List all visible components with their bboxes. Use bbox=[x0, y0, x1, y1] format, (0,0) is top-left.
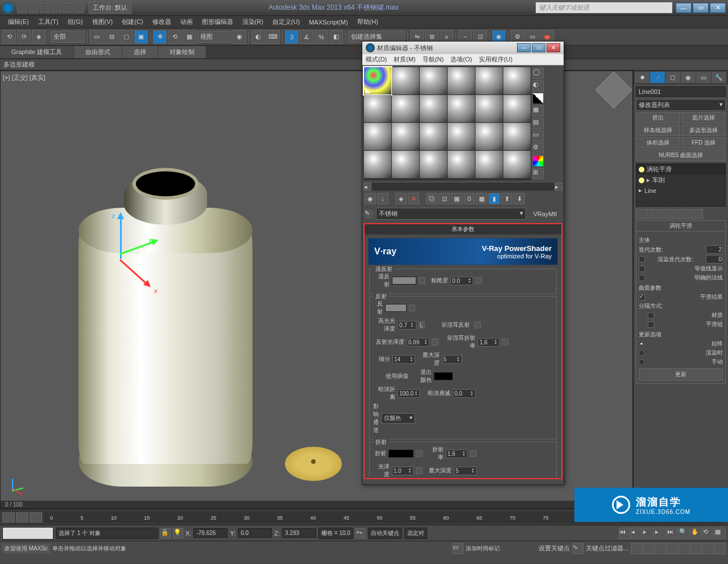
menu-group[interactable]: 组(G) bbox=[63, 17, 88, 27]
rollout-header[interactable]: 涡轮平滑 bbox=[636, 221, 725, 232]
gizmo-x-axis[interactable] bbox=[119, 259, 150, 287]
select-by-mat-icon[interactable] bbox=[532, 155, 544, 167]
menu-view[interactable]: 视图(V) bbox=[88, 17, 118, 27]
put-to-library-icon[interactable]: ▦ bbox=[451, 193, 462, 204]
nav-pan-icon[interactable]: ✋ bbox=[690, 528, 702, 539]
menu-animation[interactable]: 动画 bbox=[176, 17, 197, 27]
qat-save-icon[interactable] bbox=[40, 3, 50, 13]
material-map-icon[interactable]: ⊞ bbox=[532, 168, 544, 179]
fresnel-map-button[interactable] bbox=[474, 322, 481, 328]
nav-icon[interactable] bbox=[690, 543, 702, 554]
percent-snap-icon[interactable]: % bbox=[315, 30, 328, 44]
bulb-icon[interactable] bbox=[639, 178, 644, 183]
app-logo-icon[interactable] bbox=[2, 2, 14, 14]
select-region-icon[interactable]: ▢ bbox=[119, 30, 133, 44]
stack-item[interactable]: 涡轮平滑 bbox=[636, 164, 725, 175]
qat-open-icon[interactable] bbox=[28, 3, 39, 13]
ribbon-tab-paint[interactable]: 对象绘制 bbox=[158, 46, 206, 58]
select-name-icon[interactable]: ⊟ bbox=[105, 30, 118, 44]
mat-menu-options[interactable]: 选项(O) bbox=[450, 55, 472, 64]
tab-create-icon[interactable]: ✹ bbox=[635, 72, 650, 83]
make-copy-icon[interactable]: ⿻ bbox=[426, 193, 437, 204]
selection-filter-dropdown[interactable]: 全部 bbox=[51, 31, 85, 43]
script-icon[interactable]: ▭ bbox=[452, 543, 464, 554]
tab-hierarchy-icon[interactable]: ⬡ bbox=[665, 72, 680, 83]
update-always-radio[interactable] bbox=[639, 341, 644, 347]
ribbon-tab-graphite[interactable]: Graphite 建模工具 bbox=[0, 46, 73, 58]
sample-type-icon[interactable]: ◯ bbox=[532, 68, 544, 79]
show-end-icon[interactable] bbox=[650, 209, 662, 219]
show-end-result-icon[interactable]: ▮ bbox=[489, 193, 500, 204]
tab-motion-icon[interactable]: ◉ bbox=[681, 72, 696, 83]
nav-icon[interactable] bbox=[714, 543, 726, 554]
material-slot[interactable] bbox=[503, 67, 531, 94]
nav-zoom-icon[interactable]: 🔍 bbox=[679, 528, 690, 539]
update-manual-radio[interactable] bbox=[639, 359, 644, 365]
hilight-gloss-spinner[interactable]: 0.7▴▾ bbox=[398, 321, 416, 330]
material-slot[interactable] bbox=[364, 123, 391, 150]
material-slot[interactable] bbox=[392, 67, 419, 94]
stack-item[interactable]: ▸车削 bbox=[636, 175, 725, 186]
btn-extrude[interactable]: 挤出 bbox=[636, 112, 680, 123]
rotate-icon[interactable]: ⟲ bbox=[168, 30, 181, 44]
material-editor-titlebar[interactable]: 材质编辑器 - 不锈钢 — ▭ ✕ bbox=[362, 42, 564, 54]
material-slot[interactable] bbox=[448, 151, 475, 178]
preview-icon[interactable]: ▭ bbox=[532, 130, 544, 142]
material-slot[interactable] bbox=[420, 95, 447, 122]
btn-volume-select[interactable]: 体积选择 bbox=[636, 137, 680, 149]
move-icon[interactable]: ✥ bbox=[153, 30, 167, 44]
sep-material-checkbox[interactable] bbox=[648, 312, 654, 319]
material-slot[interactable] bbox=[503, 123, 531, 150]
material-slot[interactable] bbox=[364, 95, 391, 122]
goto-start-icon[interactable]: ⏮ bbox=[619, 528, 630, 539]
setkey-button[interactable]: 设置关键点 bbox=[539, 544, 570, 553]
pivot-icon[interactable]: ◉ bbox=[233, 30, 246, 44]
get-material-icon[interactable]: ◉ bbox=[365, 193, 376, 204]
params-header[interactable]: 基本参数 bbox=[365, 224, 561, 234]
update-render-radio[interactable] bbox=[639, 350, 644, 356]
viewcube-icon[interactable] bbox=[595, 71, 632, 108]
maxscript-prompt[interactable]: 欢迎使用 MAXSc bbox=[2, 544, 50, 554]
timeline-btn-icon[interactable] bbox=[16, 512, 28, 522]
ref-coord-dropdown[interactable]: 视图 bbox=[197, 31, 231, 43]
dim-dist-spinner[interactable]: 100.0▴▾ bbox=[398, 389, 420, 398]
material-slot[interactable] bbox=[392, 151, 419, 178]
fresnel-ior-map-button[interactable] bbox=[502, 339, 508, 345]
isoline-checkbox[interactable] bbox=[639, 266, 645, 272]
help-search-input[interactable]: 键入关键字或短语 bbox=[536, 2, 672, 13]
reflect-color-swatch[interactable] bbox=[385, 304, 407, 312]
menu-tools[interactable]: 工具(T) bbox=[34, 17, 63, 27]
reset-material-icon[interactable]: ✕ bbox=[408, 193, 419, 204]
smooth-result-checkbox[interactable] bbox=[639, 294, 645, 300]
roughness-map-button[interactable] bbox=[475, 277, 482, 284]
nav-icon[interactable] bbox=[643, 543, 654, 554]
material-slot[interactable] bbox=[448, 67, 475, 94]
ribbon-tab-freeform[interactable]: 自由形式 bbox=[74, 46, 122, 58]
material-slot[interactable] bbox=[503, 95, 531, 122]
refract-color-swatch[interactable] bbox=[388, 450, 413, 458]
dim-falloff-spinner[interactable]: 0.0▴▾ bbox=[453, 389, 475, 398]
scroll-right-icon[interactable]: ▸ bbox=[555, 183, 562, 191]
autokey-button[interactable]: 自动关键点 bbox=[368, 528, 402, 539]
mat-menu-material[interactable]: 材质(M) bbox=[394, 55, 416, 64]
object-name-field[interactable]: Line001 bbox=[636, 87, 726, 97]
scroll-left-icon[interactable]: ◂ bbox=[363, 183, 371, 191]
nav-max-icon[interactable]: ▦ bbox=[714, 528, 726, 539]
material-slot[interactable] bbox=[475, 67, 503, 94]
reflect-affect-dropdown[interactable]: 仅颜色▾ bbox=[381, 413, 415, 423]
maximize-button[interactable]: ▭ bbox=[693, 3, 709, 13]
diffuse-color-swatch[interactable] bbox=[392, 277, 416, 285]
key-mode-icon[interactable]: ∿ bbox=[572, 543, 584, 554]
explicit-checkbox[interactable] bbox=[639, 275, 645, 281]
nav-icon[interactable] bbox=[655, 543, 666, 554]
pin-stack-icon[interactable] bbox=[636, 209, 648, 219]
put-to-scene-icon[interactable]: ↓ bbox=[377, 193, 388, 204]
minimize-button[interactable]: — bbox=[676, 3, 692, 13]
material-name-field[interactable]: 不锈钢▾ bbox=[376, 208, 526, 220]
close-button[interactable]: ✕ bbox=[710, 3, 726, 13]
timeline-btn-icon[interactable] bbox=[30, 512, 42, 522]
roughness-spinner[interactable]: 0.0▴▾ bbox=[450, 277, 473, 285]
add-time-tag[interactable]: 添加时间标记 bbox=[466, 545, 500, 553]
btn-face-select[interactable]: 面片选择 bbox=[681, 112, 726, 123]
video-check-icon[interactable]: ▤ bbox=[532, 118, 544, 129]
